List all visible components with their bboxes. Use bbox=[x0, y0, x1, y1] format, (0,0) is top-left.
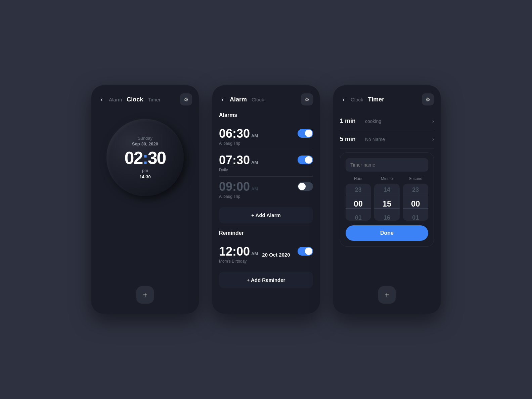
clock-tab-clock[interactable]: Clock bbox=[127, 96, 143, 103]
clock-screen: ‹ Alarm Clock Timer ⚙ Sunday Sep 30, 202… bbox=[91, 85, 199, 314]
alarm-back-button[interactable]: ‹ bbox=[219, 95, 226, 104]
alarm-2-ampm: AM bbox=[251, 160, 258, 165]
picker-minute-col: Minute 14 15 16 bbox=[374, 176, 399, 221]
alarm-3-label: Alibaug Trip bbox=[219, 194, 258, 199]
picker-hour-scroll[interactable]: 23 00 01 bbox=[346, 184, 371, 221]
timer-preset-2[interactable]: 5 min No Name › bbox=[340, 130, 434, 148]
reminder-1-ampm: AM bbox=[251, 251, 258, 256]
alarm-1-label: Alibaug Trip bbox=[219, 141, 258, 146]
picker-minute-next: 16 bbox=[374, 212, 399, 221]
alarms-section-title: Alarms bbox=[219, 112, 313, 118]
alarm-3-time-block: 09:00 AM Alibaug Trip bbox=[219, 181, 258, 199]
clock-tab-timer[interactable]: Timer bbox=[148, 97, 161, 102]
clock-time-text: 02:30 bbox=[124, 148, 166, 168]
alarm-1-time: 06:30 AM bbox=[219, 128, 258, 140]
timer-preset-1-left: 1 min cooking bbox=[340, 118, 381, 125]
alarm-tab-clock[interactable]: Clock bbox=[252, 97, 264, 102]
picker-minute-label: Minute bbox=[381, 176, 393, 181]
timer-fab-button[interactable]: + bbox=[378, 286, 396, 304]
alarm-3-toggle[interactable] bbox=[298, 182, 313, 191]
clock-face-container: Sunday Sep 30, 2020 02:30 pm 14:30 bbox=[98, 119, 192, 196]
timer-preset-1[interactable]: 1 min cooking › bbox=[340, 112, 434, 130]
picker-second-col: Second 23 00 01 bbox=[403, 176, 428, 221]
timer-back-button[interactable]: ‹ bbox=[340, 95, 347, 104]
reminder-list: 12:00 AM 20 Oct 2020 Mom's Birthday bbox=[219, 241, 313, 268]
alarm-1-ampm: AM bbox=[251, 133, 258, 138]
alarm-header: ‹ Alarm Clock ⚙ bbox=[219, 93, 313, 105]
alarm-list: 06:30 AM Alibaug Trip 07:30 AM Daily bbox=[219, 124, 313, 203]
alarm-3-ampm: AM bbox=[251, 186, 258, 191]
alarm-item-2: 07:30 AM Daily bbox=[219, 150, 313, 177]
timer-header-nav: ‹ Clock Timer bbox=[340, 95, 384, 104]
picker-hour-col: Hour 23 00 01 bbox=[346, 176, 371, 221]
picker-hour-selected: 00 bbox=[346, 196, 371, 212]
reminder-section-title: Reminder bbox=[219, 230, 313, 236]
picker-minute-scroll[interactable]: 14 15 16 bbox=[374, 184, 399, 221]
alarm-2-time: 07:30 AM bbox=[219, 154, 258, 166]
clock-face: Sunday Sep 30, 2020 02:30 pm 14:30 bbox=[106, 119, 184, 196]
clock-header: ‹ Alarm Clock Timer ⚙ bbox=[98, 93, 192, 105]
picker-second-next: 01 bbox=[403, 212, 428, 221]
clock-header-nav: ‹ Alarm Clock Timer bbox=[98, 95, 161, 104]
alarm-1-toggle[interactable] bbox=[298, 129, 313, 138]
timer-preset-2-left: 5 min No Name bbox=[340, 136, 385, 143]
timer-preset-2-chevron: › bbox=[432, 136, 434, 142]
reminder-1-date: 20 Oct 2020 bbox=[262, 252, 290, 258]
reminder-1-toggle[interactable] bbox=[298, 247, 313, 256]
alarm-item-3: 09:00 AM Alibaug Trip bbox=[219, 177, 313, 203]
picker-second-label: Second bbox=[409, 176, 423, 181]
reminder-1-time-num: 12:00 bbox=[219, 246, 250, 258]
clock-ampm: pm bbox=[142, 168, 148, 173]
clock-tab-alarm[interactable]: Alarm bbox=[109, 97, 122, 102]
clock-date: Sep 30, 2020 bbox=[132, 141, 158, 146]
timer-preset-1-chevron: › bbox=[432, 118, 434, 124]
add-reminder-button[interactable]: + Add Reminder bbox=[219, 272, 313, 288]
picker-hour-next: 01 bbox=[346, 212, 371, 221]
reminder-1-toggle-thumb bbox=[305, 248, 312, 255]
alarm-1-time-num: 06:30 bbox=[219, 128, 250, 140]
alarm-settings-button[interactable]: ⚙ bbox=[301, 93, 313, 105]
alarm-2-time-num: 07:30 bbox=[219, 154, 250, 166]
clock-settings-button[interactable]: ⚙ bbox=[180, 93, 192, 105]
alarm-screen: ‹ Alarm Clock ⚙ Alarms 06:30 AM Alibaug … bbox=[212, 85, 320, 314]
timer-presets: 1 min cooking › 5 min No Name › bbox=[340, 112, 434, 148]
picker-hour-prev: 23 bbox=[346, 184, 371, 196]
picker-minute-selected: 15 bbox=[374, 196, 399, 212]
clock-nav-tabs: Alarm Clock Timer bbox=[109, 96, 161, 103]
timer-preset-2-duration: 5 min bbox=[340, 136, 358, 143]
timer-settings-button[interactable]: ⚙ bbox=[422, 93, 434, 105]
timer-header: ‹ Clock Timer ⚙ bbox=[340, 93, 434, 105]
picker-second-selected: 00 bbox=[403, 196, 428, 212]
picker-columns: Hour 23 00 01 Minute 14 15 16 bbox=[346, 176, 428, 221]
alarm-header-nav: ‹ Alarm Clock bbox=[219, 95, 264, 104]
alarm-2-toggle[interactable] bbox=[298, 156, 313, 164]
screens-container: ‹ Alarm Clock Timer ⚙ Sunday Sep 30, 202… bbox=[91, 85, 441, 314]
timer-done-button[interactable]: Done bbox=[346, 225, 428, 241]
alarm-1-toggle-thumb bbox=[305, 130, 312, 137]
reminder-1-label: Mom's Birthday bbox=[219, 259, 290, 264]
alarm-2-time-block: 07:30 AM Daily bbox=[219, 154, 258, 172]
clock-24h: 14:30 bbox=[139, 174, 150, 179]
clock-back-button[interactable]: ‹ bbox=[98, 95, 105, 104]
alarm-tab-alarm[interactable]: Alarm bbox=[230, 96, 247, 103]
alarm-3-time-num: 09:00 bbox=[219, 181, 250, 193]
timer-preset-1-name: cooking bbox=[365, 119, 381, 124]
alarm-3-toggle-thumb bbox=[298, 183, 306, 190]
clock-time-display: 02:30 bbox=[124, 149, 166, 167]
reminder-1-time: 12:00 AM 20 Oct 2020 bbox=[219, 246, 290, 258]
picker-second-scroll[interactable]: 23 00 01 bbox=[403, 184, 428, 221]
timer-tab-clock[interactable]: Clock bbox=[351, 97, 363, 102]
timer-preset-1-duration: 1 min bbox=[340, 118, 358, 125]
timer-screen: ‹ Clock Timer ⚙ 1 min cooking › 5 min No… bbox=[333, 85, 441, 314]
alarm-2-label: Daily bbox=[219, 168, 258, 172]
timer-tab-timer[interactable]: Timer bbox=[368, 96, 385, 103]
timer-preset-2-name: No Name bbox=[365, 137, 385, 142]
reminder-1-time-block: 12:00 AM 20 Oct 2020 Mom's Birthday bbox=[219, 246, 290, 264]
picker-hour-label: Hour bbox=[354, 176, 363, 181]
clock-fab-button[interactable]: + bbox=[136, 286, 154, 304]
picker-minute-prev: 14 bbox=[374, 184, 399, 196]
add-alarm-button[interactable]: + Add Alarm bbox=[219, 207, 313, 223]
alarm-1-time-block: 06:30 AM Alibaug Trip bbox=[219, 128, 258, 146]
timer-nav-tabs: Clock Timer bbox=[351, 96, 384, 103]
timer-name-input[interactable] bbox=[346, 158, 428, 172]
